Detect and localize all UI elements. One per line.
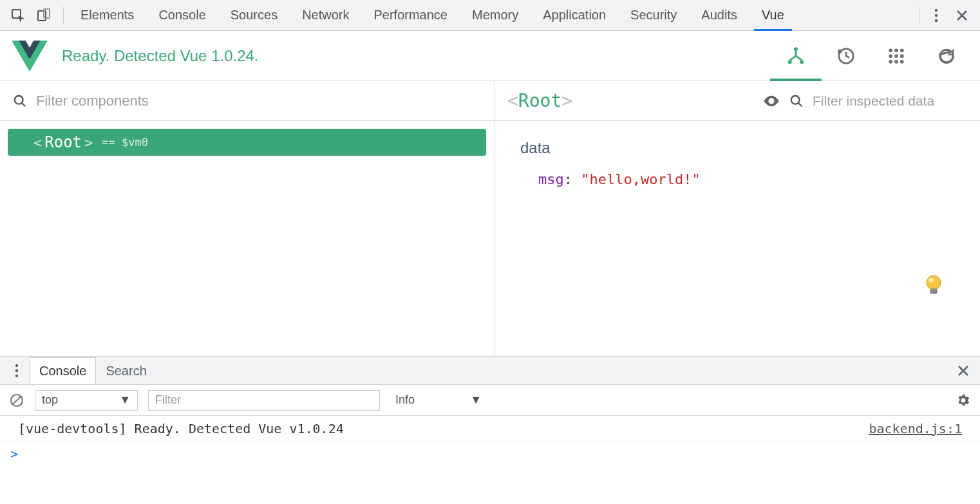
drawer-tab-bar: Console Search (0, 357, 980, 385)
svg-point-25 (15, 369, 18, 371)
context-select-value: top (42, 393, 58, 407)
components-filter-bar (0, 81, 494, 121)
tab-sources[interactable]: Sources (220, 0, 288, 30)
svg-point-5 (935, 19, 938, 21)
events-tab-icon[interactable] (832, 31, 860, 81)
inspector-filter-input[interactable] (813, 93, 967, 109)
prop-key: msg (538, 171, 564, 187)
tab-elements[interactable]: Elements (70, 0, 144, 30)
tab-audits[interactable]: Audits (691, 0, 748, 30)
inspector-prop-row[interactable]: msg: "hello,world!" (520, 171, 954, 187)
svg-point-22 (928, 278, 934, 282)
svg-point-3 (935, 8, 938, 11)
angle-close: > (84, 135, 93, 151)
caret-down-icon: ▼ (470, 393, 482, 407)
console-log-row: [vue-devtools] Ready. Detected Vue v1.0.… (0, 416, 980, 442)
tab-application[interactable]: Application (532, 0, 616, 30)
console-log-source[interactable]: backend.js:1 (869, 421, 963, 436)
svg-point-24 (15, 364, 18, 366)
svg-point-14 (894, 54, 898, 58)
console-filter-input[interactable] (148, 390, 380, 411)
devtools-tabbar: Elements Console Sources Network Perform… (0, 0, 980, 31)
console-log-message: [vue-devtools] Ready. Detected Vue v1.0.… (18, 421, 344, 436)
console-drawer: Console Search top ▼ Info ▼ [vue-devtool… (0, 357, 980, 465)
log-level-select[interactable]: Info ▼ (390, 390, 487, 411)
refresh-icon[interactable] (932, 31, 961, 81)
svg-point-18 (900, 59, 904, 63)
context-select[interactable]: top ▼ (35, 390, 138, 411)
inspector-header: <Root> (495, 81, 980, 121)
prop-value: "hello,world!" (581, 171, 700, 187)
vuex-tab-icon[interactable] (882, 31, 910, 81)
tab-memory[interactable]: Memory (462, 0, 529, 30)
svg-rect-1 (38, 11, 46, 21)
gear-icon[interactable] (956, 393, 971, 408)
log-level-value: Info (395, 393, 415, 407)
inspect-element-icon[interactable] (5, 0, 31, 31)
tab-console[interactable]: Console (148, 0, 216, 30)
clear-console-icon[interactable] (9, 393, 24, 408)
vue-logo-icon (12, 41, 48, 71)
svg-point-17 (894, 59, 898, 63)
svg-point-12 (900, 48, 904, 52)
inspector-panel: <Root> data msg: "hello,world!" (495, 81, 980, 356)
tab-network[interactable]: Network (292, 0, 359, 30)
tab-performance[interactable]: Performance (364, 0, 458, 30)
vue-devtools-header: Ready. Detected Vue 1.0.24. (0, 31, 980, 81)
components-tab-icon[interactable] (782, 31, 810, 81)
console-toolbar: top ▼ Info ▼ (0, 385, 980, 416)
devtools-right-controls (915, 0, 975, 31)
inspector-body: data msg: "hello,world!" (495, 121, 980, 205)
close-devtools-icon[interactable] (949, 0, 975, 31)
component-vm-ref: == $vm0 (102, 136, 148, 149)
component-tree: < Root > == $vm0 (0, 121, 494, 163)
search-icon (789, 94, 804, 108)
devtools-tabs: Elements Console Sources Network Perform… (70, 0, 795, 30)
angle-open: < (33, 135, 42, 151)
svg-point-4 (935, 14, 938, 16)
lightbulb-icon[interactable] (922, 274, 945, 297)
svg-point-8 (800, 60, 804, 64)
drawer-close-icon[interactable] (950, 364, 976, 377)
divider (63, 7, 64, 24)
svg-point-7 (788, 60, 792, 64)
drawer-tab-search[interactable]: Search (96, 357, 156, 384)
device-toggle-icon[interactable] (31, 0, 57, 31)
caret-down-icon: ▼ (119, 393, 131, 407)
console-prompt[interactable]: > (0, 442, 980, 465)
drawer-kebab-icon[interactable] (4, 364, 30, 378)
svg-point-13 (889, 54, 892, 58)
divider (919, 7, 919, 24)
svg-point-16 (889, 59, 892, 63)
vue-devtools-tabs (782, 31, 968, 81)
inspector-section-title: data (520, 139, 954, 157)
svg-point-6 (794, 47, 798, 51)
svg-point-10 (889, 48, 892, 52)
vue-status-text: Ready. Detected Vue 1.0.24. (62, 47, 259, 65)
svg-point-11 (894, 48, 898, 52)
component-name: Root (44, 133, 82, 151)
svg-point-15 (900, 54, 904, 58)
eye-icon[interactable] (762, 92, 780, 110)
components-panel: < Root > == $vm0 (0, 81, 495, 356)
components-filter-input[interactable] (36, 93, 481, 109)
svg-point-21 (927, 275, 941, 290)
svg-point-20 (791, 95, 800, 104)
drawer-tab-console[interactable]: Console (30, 357, 96, 384)
search-icon (13, 94, 27, 108)
tab-security[interactable]: Security (620, 0, 687, 30)
svg-point-19 (15, 95, 23, 104)
svg-point-26 (15, 374, 18, 377)
tab-vue[interactable]: Vue (751, 0, 795, 30)
kebab-menu-icon[interactable] (923, 0, 949, 31)
component-tree-root[interactable]: < Root > == $vm0 (8, 129, 486, 156)
selected-component-label: <Root> (507, 90, 572, 111)
main-split: < Root > == $vm0 <Root> data msg: " (0, 81, 980, 357)
